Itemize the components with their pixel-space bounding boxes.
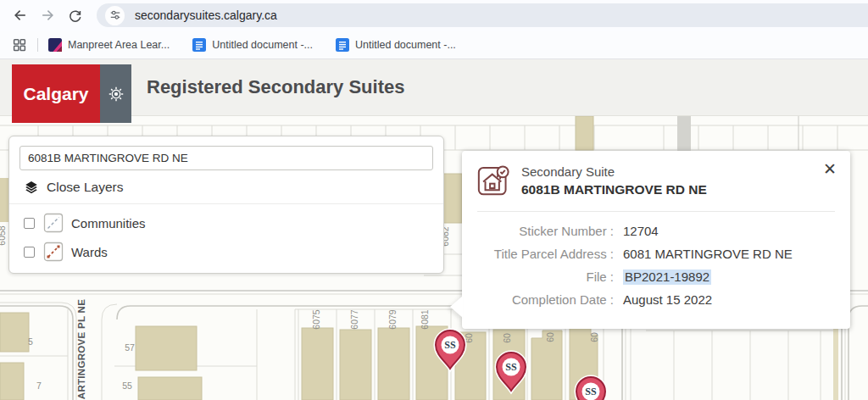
house-number-label: 7 [36, 381, 42, 391]
wards-legend-icon [43, 242, 64, 262]
field-value: 6081 MARTINGROVE RD NE [623, 247, 793, 262]
ss-pin[interactable]: SS [492, 347, 531, 395]
close-layers-toggle[interactable]: Close Layers [9, 170, 443, 203]
popup-tail [450, 296, 463, 318]
close-layers-label: Close Layers [47, 180, 123, 195]
field-file: File : BP2021-19892 [477, 269, 835, 285]
lot-label: 6079 [387, 309, 398, 329]
docs-favicon [336, 38, 349, 52]
docs-favicon [192, 38, 206, 52]
field-label: Completion Date : [477, 292, 623, 308]
layer-item-wards: Wards [9, 233, 443, 262]
bookmark-doc-1[interactable]: Untitled document -... [192, 38, 313, 52]
calgary-logo-text: Calgary [12, 64, 100, 123]
popup-type-label: Secondary Suite [521, 164, 707, 179]
ss-pin[interactable]: SS [571, 372, 610, 400]
browser-toolbar: secondarysuites.calgary.ca [0, 0, 868, 31]
communities-checkbox[interactable] [24, 218, 35, 229]
bookmarks-bar: Manpreet Area Lear... Untitled document … [0, 31, 868, 59]
reload-icon [67, 8, 83, 24]
close-icon[interactable]: ✕ [819, 158, 841, 180]
ss-pin[interactable]: SS [431, 325, 470, 373]
field-title-parcel-address: Title Parcel Address : 6081 MARTINGROVE … [477, 247, 835, 262]
map-viewport[interactable]: 6082 6058 6075 6077 6079 6081 60 60 60 6… [0, 116, 868, 400]
field-label: File : [477, 269, 623, 285]
calgary-logo: Calgary [12, 64, 131, 123]
page-title: Registered Secondary Suites [147, 76, 404, 98]
search-layers-panel: Close Layers Communities Wards [8, 136, 444, 274]
communities-label: Communities [71, 216, 146, 231]
app-header: Calgary Registered Secondary Suites [0, 59, 868, 116]
field-label: Sticker Number : [477, 224, 623, 239]
field-label: Title Parcel Address : [477, 247, 623, 262]
lot-label: 6058 [0, 225, 7, 245]
apps-grid-button[interactable] [8, 34, 31, 56]
forward-button[interactable] [34, 2, 61, 29]
lot-label: 60 [545, 332, 555, 342]
house-number-label: 57 [125, 342, 135, 353]
bookmark-favicon [48, 38, 62, 52]
lot-label: 60 [502, 333, 512, 343]
apps-grid-icon [12, 37, 27, 53]
field-value: 12704 [623, 224, 659, 239]
site-settings-icon[interactable] [105, 6, 125, 25]
bookmark-doc-2[interactable]: Untitled document -... [336, 38, 456, 52]
reload-button[interactable] [61, 2, 88, 29]
pin-label: SS [444, 339, 455, 352]
field-value: August 15 2022 [623, 292, 712, 308]
layer-item-communities: Communities [9, 204, 443, 233]
url-text: secondarysuites.calgary.ca [135, 8, 277, 22]
forward-arrow-icon [39, 7, 56, 24]
top-strip-features [576, 116, 798, 151]
suite-info-popup: Secondary Suite 6081B MARTINGROVE RD NE … [462, 151, 850, 329]
wards-label: Wards [71, 245, 108, 259]
wards-checkbox[interactable] [24, 247, 35, 258]
field-value-highlighted: BP2021-19892 [623, 269, 711, 285]
pin-label: SS [505, 361, 516, 374]
back-arrow-icon [12, 7, 29, 24]
layers-icon [24, 180, 39, 195]
browser-window: secondarysuites.calgary.ca Manpreet Area… [0, 0, 868, 400]
bookmarks-divider [37, 38, 38, 52]
secondary-suite-icon [477, 164, 511, 197]
lot-label: 6081 [420, 309, 430, 329]
address-search-input[interactable] [19, 146, 433, 170]
bookmark-label: Manpreet Area Lear... [68, 39, 170, 51]
street-label: MARTINGROVE PL NE [76, 299, 86, 400]
house-number-label: 55 [122, 381, 132, 391]
popup-header: Secondary Suite 6081B MARTINGROVE RD NE [477, 164, 835, 197]
calgary-crest-icon [100, 64, 131, 123]
pin-label: SS [585, 386, 596, 398]
popup-address: 6081B MARTINGROVE RD NE [521, 182, 707, 197]
field-completion-date: Completion Date : August 15 2022 [477, 292, 835, 308]
bookmark-label: Untitled document -... [355, 39, 456, 51]
bookmark-manpreet[interactable]: Manpreet Area Lear... [48, 38, 170, 52]
back-button[interactable] [7, 2, 34, 29]
communities-legend-icon [43, 213, 64, 233]
bookmark-label: Untitled document -... [212, 39, 313, 51]
address-bar[interactable]: secondarysuites.calgary.ca [97, 3, 868, 27]
popup-title-block: Secondary Suite 6081B MARTINGROVE RD NE [521, 164, 707, 197]
field-sticker-number: Sticker Number : 12704 [477, 224, 835, 239]
house-number-label: 5 [28, 336, 33, 347]
lot-label: 6077 [349, 309, 359, 329]
popup-divider [477, 211, 835, 212]
lot-label: 60 [589, 332, 599, 342]
lot-label: 6075 [311, 309, 321, 329]
